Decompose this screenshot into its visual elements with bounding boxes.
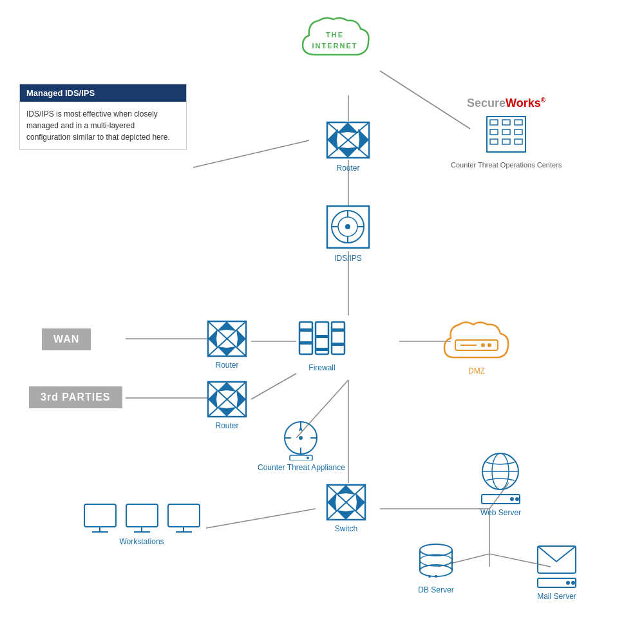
svg-rect-27 [515,139,522,144]
svg-point-99 [510,497,514,501]
svg-marker-83 [336,510,355,520]
svg-marker-48 [208,329,218,348]
svg-marker-49 [236,329,246,348]
svg-marker-84 [327,493,337,512]
info-box-header: Managed IDS/IPS [20,84,186,102]
mail-server-icon [536,541,578,576]
svg-rect-63 [299,341,312,345]
svg-point-110 [566,581,570,585]
internet-cloud-icon: THE INTERNET [296,13,374,64]
dmz-label: DMZ [468,366,485,377]
router-top-icon [324,119,372,161]
secureworks-label: Counter Threat Operations Centers [451,160,562,170]
svg-marker-55 [208,390,218,409]
third-parties-label: 3rd PARTIES [29,386,122,408]
router-3rd-node: Router [206,380,248,431]
svg-rect-57 [299,322,312,354]
svg-point-100 [515,497,519,501]
svg-point-106 [428,575,431,578]
router-top-label: Router [336,164,359,174]
svg-marker-31 [337,122,359,133]
svg-point-78 [307,457,309,459]
web-server-icon [480,451,522,493]
svg-point-71 [299,436,303,440]
wan-label: WAN [42,328,91,350]
secureworks-logo: SecureWorks® [451,97,562,110]
svg-marker-34 [358,129,369,151]
svg-marker-56 [236,390,246,409]
mail-server-node: Mail Server [536,541,578,602]
counter-threat-appliance-node: Counter Threat Appliance [258,419,345,473]
workstation-icon-3 [166,502,202,535]
building-icon [484,110,529,155]
svg-marker-82 [336,485,355,495]
wan-area: WAN [42,328,91,350]
workstations-label: Workstations [119,537,164,547]
ids-ips-node: IDS/IPS [324,203,372,264]
svg-rect-22 [490,129,498,135]
dmz-cloud-icon [441,316,512,364]
web-server-bar-icon [480,493,522,506]
svg-rect-19 [490,120,498,125]
svg-rect-20 [502,120,510,125]
svg-marker-32 [337,147,359,158]
svg-text:INTERNET: INTERNET [312,42,358,50]
svg-rect-26 [502,139,510,144]
svg-point-68 [481,343,485,347]
svg-marker-46 [217,321,236,331]
router-3rd-icon [206,380,248,419]
svg-marker-33 [327,129,338,151]
svg-line-6 [251,374,296,399]
svg-rect-60 [299,328,312,332]
svg-rect-62 [332,328,345,332]
router-top-node: Router [324,119,372,174]
workstation-icon-2 [124,502,160,535]
ids-ips-icon [324,203,372,251]
counter-threat-appliance-icon [280,419,322,460]
svg-marker-53 [217,382,236,392]
router-wan-label: Router [215,361,238,371]
svg-marker-47 [217,346,236,356]
switch-icon [325,483,367,522]
router-wan-icon [206,319,248,358]
ids-ips-label: IDS/IPS [334,254,362,264]
db-server-icon [417,541,455,583]
firewall-label: Firewall [308,363,335,374]
svg-line-10 [206,509,316,528]
svg-rect-64 [316,348,328,351]
svg-point-67 [488,343,491,347]
db-server-node: DB Server [417,541,455,596]
web-server-label: Web Server [480,508,521,518]
switch-node: Switch [325,483,367,535]
svg-rect-59 [332,322,345,354]
third-parties-area: 3rd PARTIES [29,386,122,408]
info-box-body: IDS/IPS is most effective when closely m… [20,102,186,149]
svg-point-111 [571,581,575,585]
mail-server-label: Mail Server [537,592,576,602]
svg-rect-92 [168,504,200,527]
svg-rect-86 [84,504,116,527]
firewall-node: Firewall [296,316,348,374]
router-3rd-label: Router [215,421,238,431]
svg-rect-21 [515,120,522,125]
internet-node: THE INTERNET [290,13,380,64]
secureworks-area: SecureWorks® Counter Threat Operations C… [451,97,562,170]
network-diagram: THE INTERNET Managed IDS/IPS IDS/IPS is … [0,0,644,644]
svg-marker-85 [355,493,365,512]
svg-rect-65 [332,343,345,346]
db-server-label: DB Server [418,585,453,596]
router-wan-node: Router [206,319,248,371]
workstation-icon-1 [82,502,118,535]
svg-point-38 [345,224,350,229]
svg-point-107 [435,575,437,578]
counter-threat-appliance-label: Counter Threat Appliance [258,463,345,473]
workstations-node: Workstations [77,502,206,547]
svg-rect-24 [515,129,522,135]
svg-rect-23 [502,129,510,135]
svg-text:THE: THE [326,31,344,39]
svg-line-3 [193,140,309,167]
dmz-node: DMZ [441,316,512,377]
svg-rect-89 [126,504,158,527]
svg-marker-76 [299,425,303,431]
svg-rect-25 [490,139,498,144]
